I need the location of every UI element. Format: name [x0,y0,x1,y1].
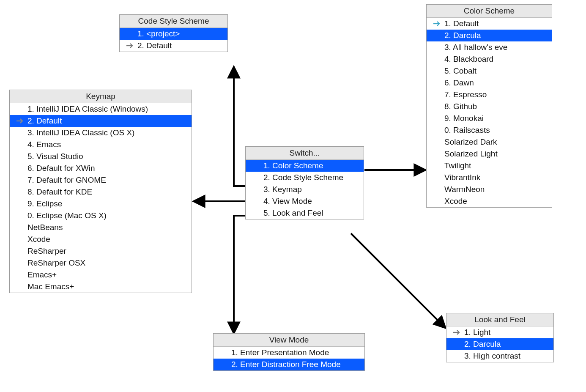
list-item[interactable]: VibrantInk [427,172,552,184]
list-item-label: 8. Github [444,102,546,111]
panel-color-scheme: Color Scheme 1. Default2. Darcula3. All … [426,4,552,208]
panel-title: View Mode [214,334,364,347]
list-item[interactable]: Emacs+ [10,269,192,281]
list-item-label: Solarized Dark [444,137,546,147]
list-item[interactable]: 2. Default [10,115,192,127]
list-item-label: 6. Dawn [444,78,546,88]
list-item[interactable]: 6. Default for XWin [10,162,192,174]
current-arrow-icon [126,43,137,49]
list-item-label: ReSharper OSX [27,258,186,268]
list-item-label: Emacs+ [27,270,186,280]
list-item-label: 7. Espresso [444,90,546,99]
list-item[interactable]: 8. Default for KDE [10,186,192,198]
list-item[interactable]: WarmNeon [427,184,552,195]
panel-title: Look and Feel [446,313,553,326]
list-item-label: Xcode [27,235,186,244]
list-item-label: 1. IntelliJ IDEA Classic (Windows) [27,104,186,114]
list-item-label: 2. Darcula [464,340,548,349]
list-item[interactable]: 4. Blackboard [427,53,552,65]
list-item[interactable]: Solarized Light [427,148,552,160]
panel-title: Color Scheme [427,5,552,18]
list-item[interactable]: 6. Dawn [427,77,552,89]
list-item-label: WarmNeon [444,185,546,194]
current-arrow-icon [452,329,464,335]
list-item[interactable]: 3. High contrast [446,350,553,362]
list-item[interactable]: 7. Default for GNOME [10,174,192,186]
list-item-label: NetBeans [27,223,186,232]
list-item[interactable]: 1. Color Scheme [246,160,364,172]
list-item-label: 1. Default [444,19,546,28]
list-item[interactable]: 2. Default [120,40,227,52]
list-item[interactable]: 4. View Mode [246,195,364,207]
list-item-label: 4. Emacs [27,140,186,149]
list-item-label: 1. Color Scheme [263,161,358,170]
panel-switch: Switch... 1. Color Scheme2. Code Style S… [245,146,364,219]
list-item[interactable]: Xcode [427,195,552,207]
list-item[interactable]: Xcode [10,233,192,245]
list-item-label: 3. IntelliJ IDEA Classic (OS X) [27,128,186,137]
list-item-label: 4. View Mode [263,197,358,206]
list-item-label: 5. Look and Feel [263,208,358,218]
list-item-label: 4. Blackboard [444,55,546,64]
list-item-label: 3. Keymap [263,185,358,194]
list-item[interactable]: Mac Emacs+ [10,281,192,293]
list-item-label: 1. Light [464,328,548,337]
list-item-label: 6. Default for XWin [27,164,186,173]
list-item[interactable]: 2. Enter Distraction Free Mode [214,359,364,370]
list-item-label: 0. Railscasts [444,126,546,135]
list-item[interactable]: 2. Darcula [446,338,553,350]
list-item[interactable]: 3. IntelliJ IDEA Classic (OS X) [10,127,192,139]
panel-title: Code Style Scheme [120,15,227,28]
list-item-label: Xcode [444,197,546,206]
list-item-label: 9. Monokai [444,114,546,123]
list-item[interactable]: 1. Light [446,326,553,338]
list-item[interactable]: 1. Enter Presentation Mode [214,347,364,359]
panel-code-style-scheme: Code Style Scheme 1. <project>2. Default [119,14,228,52]
list-item[interactable]: 7. Espresso [427,89,552,101]
list-item[interactable]: 4. Emacs [10,139,192,151]
list-item-label: Mac Emacs+ [27,282,186,291]
list-item-label: 2. Enter Distraction Free Mode [231,360,359,369]
list-item[interactable]: 0. Railscasts [427,124,552,136]
list-item[interactable]: NetBeans [10,222,192,233]
list-item-label: VibrantInk [444,173,546,182]
list-item[interactable]: ReSharper [10,245,192,257]
list-item-label: Twilight [444,161,546,170]
list-item-label: 5. Visual Studio [27,152,186,161]
list-item-label: 2. Code Style Scheme [263,173,358,182]
list-item-label: 3. All hallow's eve [444,43,546,52]
list-item[interactable]: 3. Keymap [246,184,364,195]
panel-title: Keymap [10,90,192,103]
current-arrow-icon [433,21,444,27]
panel-look-and-feel: Look and Feel 1. Light2. Darcula3. High … [446,313,554,362]
list-item[interactable]: 5. Look and Feel [246,207,364,219]
list-item[interactable]: 1. <project> [120,28,227,40]
list-item[interactable]: 2. Code Style Scheme [246,172,364,184]
list-item-label: 2. Default [27,116,186,126]
list-item[interactable]: ReSharper OSX [10,257,192,269]
current-arrow-icon [16,118,27,124]
list-item-label: 7. Default for GNOME [27,175,186,185]
list-item-label: 9. Eclipse [27,199,186,208]
list-item[interactable]: 5. Visual Studio [10,151,192,162]
list-item-label: Solarized Light [444,149,546,159]
list-item[interactable]: 9. Eclipse [10,198,192,210]
list-item[interactable]: 2. Darcula [427,30,552,41]
list-item[interactable]: Solarized Dark [427,136,552,148]
list-item[interactable]: 1. Default [427,18,552,30]
panel-view-mode: View Mode 1. Enter Presentation Mode2. E… [213,333,365,371]
panel-title: Switch... [246,147,364,160]
list-item-label: ReSharper [27,247,186,256]
list-item[interactable]: 9. Monokai [427,112,552,124]
list-item[interactable]: 3. All hallow's eve [427,41,552,53]
list-item[interactable]: 8. Github [427,101,552,112]
list-item-label: 2. Darcula [444,31,546,40]
list-item[interactable]: Twilight [427,160,552,172]
list-item[interactable]: 0. Eclipse (Mac OS X) [10,210,192,222]
list-item[interactable]: 5. Cobalt [427,65,552,77]
list-item-label: 3. High contrast [464,351,548,361]
list-item-label: 5. Cobalt [444,66,546,76]
list-item[interactable]: 1. IntelliJ IDEA Classic (Windows) [10,103,192,115]
list-item-label: 1. <project> [137,29,222,38]
list-item-label: 8. Default for KDE [27,187,186,197]
